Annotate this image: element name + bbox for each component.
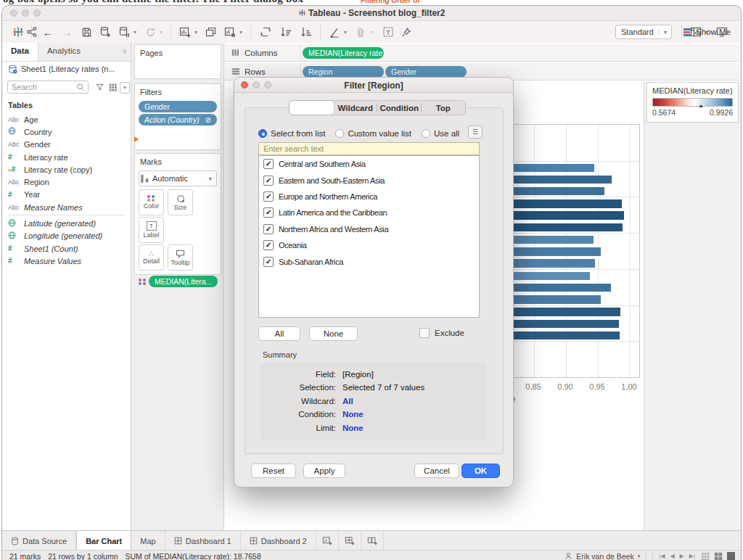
next-sheet-icon[interactable]: ▶ xyxy=(680,553,684,559)
value-item-oceania[interactable]: ✓Oceania xyxy=(259,237,479,253)
fields-menu-caret-icon[interactable]: ▾ xyxy=(120,82,130,94)
marks-card[interactable]: Marks ▌▖ Automatic ▾ Color Size xyxy=(134,153,221,275)
field-country[interactable]: Country xyxy=(2,125,131,138)
cancel-button[interactable]: Cancel xyxy=(414,464,459,478)
pause-auto-updates-icon[interactable] xyxy=(117,25,131,39)
dialog-tab-top[interactable]: Top xyxy=(422,101,466,115)
radio-custom-value-list[interactable]: Custom value list xyxy=(335,129,411,138)
label-button[interactable]: T Label xyxy=(139,217,164,243)
previous-sheet-icon[interactable]: ◀ xyxy=(670,553,674,559)
save-icon[interactable] xyxy=(79,25,94,39)
field-region[interactable]: AbcRegion xyxy=(2,176,131,188)
value-item-central-and-southern-asia[interactable]: ✓Central and Southern Asia xyxy=(259,156,479,172)
size-button[interactable]: Size xyxy=(168,189,193,215)
tab-analytics[interactable]: Analytics xyxy=(38,43,89,61)
tab-dashboard-1[interactable]: Dashboard 1 xyxy=(165,531,241,551)
clear-sheet-icon[interactable] xyxy=(223,25,237,39)
highlight-caret-icon[interactable]: ▾ xyxy=(342,25,349,39)
value-item-eastern-and-south-eastern-asia[interactable]: ✓Eastern and South-Eastern Asia xyxy=(259,172,479,188)
pause-updates-caret-icon[interactable]: ▾ xyxy=(131,25,139,39)
fix-axes-icon[interactable] xyxy=(400,25,413,39)
tab-bar-chart[interactable]: Bar Chart xyxy=(76,531,131,551)
filters-card[interactable]: Filters GenderAction (Country)⊘ xyxy=(134,83,221,150)
dialog-search-input[interactable]: Enter search text xyxy=(258,142,480,155)
all-button[interactable]: All xyxy=(258,326,300,341)
new-data-source-icon[interactable] xyxy=(98,25,112,39)
show-tabs-icon[interactable] xyxy=(701,552,710,560)
sort-ascending-icon[interactable] xyxy=(278,25,294,39)
detail-button[interactable]: ∴ Detail xyxy=(139,244,164,271)
field-gender[interactable]: AbcGender xyxy=(2,139,131,151)
new-sheet-caret-icon[interactable]: ▾ xyxy=(192,25,200,39)
new-dashboard-tab-button[interactable] xyxy=(339,531,361,551)
pill-median-literacy-rate[interactable]: MEDIAN(Literacy rate) xyxy=(303,47,384,59)
highlight-icon[interactable] xyxy=(327,25,342,39)
filter-fields-icon[interactable] xyxy=(95,83,104,92)
clear-sheet-caret-icon[interactable]: ▾ xyxy=(237,25,245,39)
value-item-northern-africa-and-western-asia[interactable]: ✓Northern Africa and Western Asia xyxy=(259,221,479,237)
pane-options-icon[interactable]: ◊ xyxy=(123,48,126,55)
fit-selector[interactable]: Standard ▾ xyxy=(615,25,672,39)
search-input[interactable]: Search xyxy=(7,81,89,94)
dialog-tab-wildcard[interactable]: Wildcard xyxy=(334,101,378,115)
filter-pill-gender[interactable]: Gender xyxy=(139,101,217,112)
color-button[interactable]: Color xyxy=(139,189,164,215)
field-year[interactable]: #Year xyxy=(2,189,131,201)
undo-icon[interactable]: ← xyxy=(40,25,56,39)
swap-rows-columns-icon[interactable] xyxy=(258,25,274,39)
apply-button[interactable]: Apply xyxy=(303,464,345,478)
group-members-icon[interactable] xyxy=(353,25,368,39)
value-item-latin-america-and-the-caribbean[interactable]: ✓Latin America and the Caribbean xyxy=(259,205,479,221)
field-latitude-generated-[interactable]: Latitude (generated) xyxy=(2,217,131,229)
tab-data[interactable]: Data xyxy=(2,43,38,61)
mark-type-dropdown[interactable]: ▌▖ Automatic ▾ xyxy=(139,170,217,186)
group-caret-icon[interactable]: ▾ xyxy=(368,25,375,39)
refresh-caret-icon[interactable]: ▾ xyxy=(157,25,165,39)
field-longitude-generated-[interactable]: Longitude (generated) xyxy=(2,230,131,242)
user-menu[interactable]: Erik van de Beek ▾ xyxy=(565,552,640,560)
value-item-europe-and-northern-america[interactable]: ✓Europe and Northern America xyxy=(259,189,479,205)
datasource-item[interactable]: Sheet1 (Literacy rates (n... xyxy=(2,61,131,77)
field-literacy-rate[interactable]: #Literacy rate xyxy=(2,151,131,163)
color-legend-card[interactable]: MEDIAN(Literacy rate) 0.5674 0.9926 xyxy=(646,82,739,123)
view-as-grid-icon[interactable] xyxy=(108,83,118,92)
dialog-tab-general[interactable] xyxy=(290,101,334,115)
reset-button[interactable]: Reset xyxy=(251,464,296,478)
pill-region[interactable]: Region xyxy=(303,66,384,78)
show-mark-labels-icon[interactable]: T xyxy=(381,25,395,39)
first-sheet-icon[interactable]: |◀ xyxy=(659,553,665,559)
field-sheet1-count-[interactable]: #Sheet1 (Count) xyxy=(2,242,131,255)
exclude-checkbox[interactable]: Exclude xyxy=(419,328,464,338)
field-measure-names[interactable]: AbcMeasure Names xyxy=(2,201,131,213)
show-me-button[interactable]: Show Me xyxy=(684,25,731,39)
columns-shelf[interactable]: Columns MEDIAN(Literacy rate) xyxy=(224,44,741,62)
redo-icon[interactable]: → xyxy=(59,25,75,39)
value-item-sub-saharan-africa[interactable]: ✓Sub-Saharan Africa xyxy=(259,253,479,269)
duplicate-sheet-icon[interactable] xyxy=(204,25,218,39)
ok-button[interactable]: OK xyxy=(461,464,500,478)
refresh-data-icon[interactable] xyxy=(143,25,157,39)
none-button[interactable]: None xyxy=(309,326,358,341)
tableau-logo-icon[interactable] xyxy=(11,25,25,39)
marks-pill-median[interactable]: MEDIAN(Litera... xyxy=(149,276,218,287)
new-worksheet-tab-button[interactable] xyxy=(316,531,339,551)
field-measure-values[interactable]: #Measure Values xyxy=(2,255,131,267)
show-sheet-icon[interactable] xyxy=(727,552,735,560)
radio-select-from-list[interactable]: Select from list xyxy=(258,129,325,138)
tooltip-button[interactable]: Tooltip xyxy=(168,244,193,271)
field-literacy-rate-copy-[interactable]: =#Literacy rate (copy) xyxy=(2,163,131,176)
pages-card[interactable]: Pages xyxy=(134,44,221,79)
tab-dashboard-2[interactable]: Dashboard 2 xyxy=(241,531,316,551)
radio-use-all[interactable]: Use all xyxy=(422,129,459,138)
tab-map[interactable]: Map xyxy=(131,531,165,551)
new-worksheet-icon[interactable] xyxy=(178,25,192,39)
field-age[interactable]: AbcAge xyxy=(2,113,131,125)
last-sheet-icon[interactable]: ▶| xyxy=(689,553,695,559)
pill-gender[interactable]: Gender xyxy=(385,66,467,78)
tab-data-source[interactable]: Data Source xyxy=(2,531,76,551)
list-menu-icon[interactable]: ☰ xyxy=(468,125,483,139)
filter-pill-action-country-[interactable]: Action (Country)⊘ xyxy=(139,114,217,125)
dialog-tab-condition[interactable]: Condition xyxy=(377,101,422,115)
new-story-tab-button[interactable] xyxy=(361,531,384,551)
show-filmstrip-icon[interactable] xyxy=(714,552,723,560)
